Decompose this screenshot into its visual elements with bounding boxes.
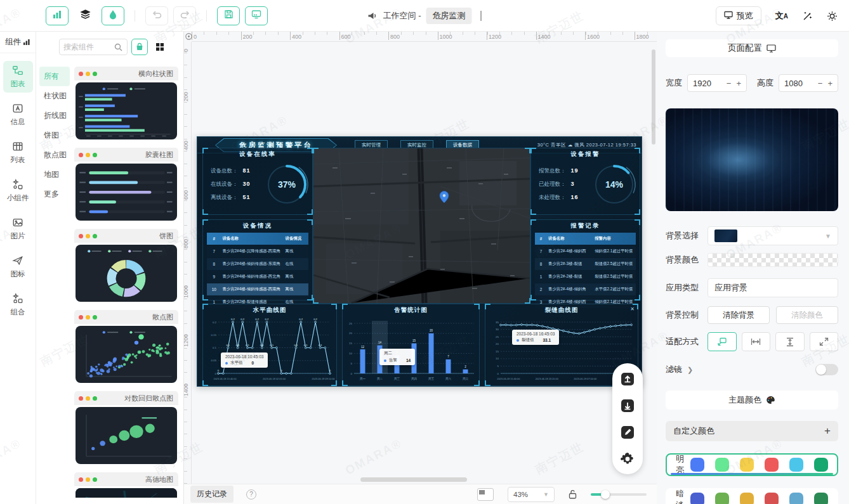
- component-card-scatter[interactable]: 散点图: [74, 310, 178, 383]
- paper-plane-icon: [12, 255, 23, 268]
- layers-button[interactable]: [74, 6, 96, 25]
- category-饼图[interactable]: 饼图: [39, 126, 70, 145]
- fit-auto-button[interactable]: [708, 332, 737, 351]
- search-box[interactable]: [59, 39, 128, 55]
- history-button[interactable]: 历史记录: [190, 486, 234, 503]
- fit-height-button[interactable]: [775, 332, 805, 351]
- view-list-toggle[interactable]: [131, 39, 148, 55]
- component-card-bubble[interactable]: 对数回归散点图: [74, 391, 178, 464]
- project-name[interactable]: 危房监测: [426, 8, 471, 24]
- zoom-select[interactable]: 43% ▼: [508, 487, 555, 502]
- color-swatch[interactable]: [690, 458, 704, 472]
- width-plus-button[interactable]: +: [736, 79, 741, 88]
- dashboard-artboard[interactable]: 危房监测预警平台 实时管理 实时监控 设备数据 30°C 青羊区 ☁ 微风 20…: [197, 136, 642, 387]
- height-stepper: −+: [779, 74, 838, 92]
- bg-color-picker[interactable]: [708, 253, 838, 267]
- undo-button[interactable]: [145, 6, 168, 25]
- color-tool-button[interactable]: [102, 6, 124, 25]
- color-swatch[interactable]: [789, 493, 803, 504]
- slider-knob[interactable]: [601, 490, 610, 499]
- bg-control-row: 背景控制 清除背景 清除颜色: [666, 306, 838, 324]
- fit-width-button[interactable]: [742, 332, 771, 351]
- search-input[interactable]: [63, 42, 112, 51]
- canvas-bottom-bar: 历史记录 ? 43% ▼: [184, 484, 657, 504]
- theme-color-card[interactable]: 主题颜色: [666, 391, 838, 410]
- category-更多[interactable]: 更多: [39, 184, 70, 204]
- color-swatch[interactable]: [765, 493, 779, 504]
- color-swatch[interactable]: [715, 493, 729, 504]
- rail-header: 组件: [0, 32, 36, 53]
- vertical-scrollbar[interactable]: [652, 49, 655, 145]
- clear-background-button[interactable]: 清除背景: [708, 306, 770, 324]
- color-swatch[interactable]: [814, 458, 828, 472]
- height-input[interactable]: [784, 79, 810, 88]
- add-color-button[interactable]: +: [824, 425, 831, 437]
- workspace-label: 工作空间 -: [383, 10, 421, 22]
- info-a-icon: [12, 103, 23, 115]
- sidebar-item-info-a[interactable]: 信息: [3, 99, 33, 131]
- app-type-label: 应用类型: [666, 282, 708, 294]
- width-minus-button[interactable]: −: [727, 79, 732, 88]
- save-button[interactable]: [217, 6, 240, 25]
- component-card-capsule[interactable]: 胶囊柱图: [74, 148, 178, 221]
- category-散点图[interactable]: 散点图: [39, 145, 70, 165]
- component-card-map[interactable]: 高德地图: [74, 472, 178, 498]
- zoom-slider[interactable]: [591, 493, 647, 496]
- preview-button[interactable]: 预览: [716, 6, 761, 25]
- color-swatch[interactable]: [789, 458, 803, 472]
- sidebar-item-group[interactable]: 组合: [3, 289, 33, 321]
- edit-button[interactable]: [616, 420, 640, 444]
- sidebar-item-paper-plane[interactable]: 图标: [3, 251, 33, 283]
- ruler-origin-icon[interactable]: [185, 32, 193, 41]
- help-icon[interactable]: ?: [246, 489, 256, 500]
- sidebar-item-image[interactable]: 图片: [3, 213, 33, 245]
- export-button[interactable]: [616, 367, 640, 391]
- wand-icon[interactable]: [802, 11, 813, 22]
- background-preview[interactable]: [666, 108, 838, 211]
- category-柱状图[interactable]: 柱状图: [39, 86, 70, 106]
- color-swatch[interactable]: [814, 493, 828, 504]
- editor-canvas[interactable]: 020040060080010001200140016001800 020040…: [184, 32, 657, 504]
- category-所有[interactable]: 所有: [39, 67, 70, 86]
- import-button[interactable]: [616, 394, 640, 417]
- component-card-hbar[interactable]: 横向柱状图: [74, 67, 178, 139]
- minimap-button[interactable]: [477, 488, 494, 501]
- filter-toggle[interactable]: [815, 364, 838, 375]
- sidebar-item-widget[interactable]: 小组件: [3, 175, 33, 207]
- unlock-icon[interactable]: [569, 489, 577, 499]
- panel-device-alarm: 设备报警 报警总数：19已处理数：3未处理数：16 14%: [530, 148, 640, 215]
- color-swatch[interactable]: [740, 458, 754, 472]
- color-swatch[interactable]: [715, 458, 729, 472]
- category-折线图[interactable]: 折线图: [39, 106, 70, 126]
- height-plus-button[interactable]: +: [827, 79, 833, 88]
- component-card-title: 饼图: [159, 231, 173, 241]
- app-type-input[interactable]: [708, 278, 838, 297]
- width-input[interactable]: [693, 79, 718, 88]
- chevron-right-icon[interactable]: ❯: [687, 366, 693, 374]
- view-grid-toggle[interactable]: [152, 39, 168, 55]
- color-swatch[interactable]: [690, 493, 704, 504]
- palette-bright[interactable]: 明亮: [666, 453, 838, 476]
- settings-button[interactable]: [616, 447, 640, 470]
- translate-icon[interactable]: 文A: [775, 10, 788, 22]
- panel-close-icon[interactable]: ✕: [630, 306, 635, 312]
- category-地图[interactable]: 地图: [39, 165, 70, 184]
- palette-dim[interactable]: 暗淡: [666, 488, 838, 504]
- component-card-donut[interactable]: 饼图: [74, 229, 178, 302]
- height-minus-button[interactable]: −: [818, 79, 823, 88]
- chart-tool-button[interactable]: [46, 6, 69, 25]
- color-swatch[interactable]: [740, 493, 754, 504]
- city-map[interactable]: [313, 148, 530, 303]
- theme-brightness-icon[interactable]: [827, 11, 838, 22]
- clear-color-button[interactable]: 清除颜色: [776, 306, 838, 324]
- publish-button[interactable]: [245, 6, 268, 25]
- bg-select-dropdown[interactable]: ▼: [708, 226, 838, 245]
- sidebar-item-table[interactable]: 列表: [3, 137, 33, 169]
- redo-button[interactable]: [173, 6, 196, 25]
- horizontal-scrollbar[interactable]: [360, 477, 467, 482]
- width-label: 宽度: [666, 77, 682, 89]
- color-swatch[interactable]: [765, 458, 779, 472]
- sidebar-item-chart-flow[interactable]: 图表: [3, 61, 33, 93]
- panel-title: 设备在线率: [203, 148, 312, 160]
- fit-stretch-button[interactable]: [810, 332, 839, 351]
